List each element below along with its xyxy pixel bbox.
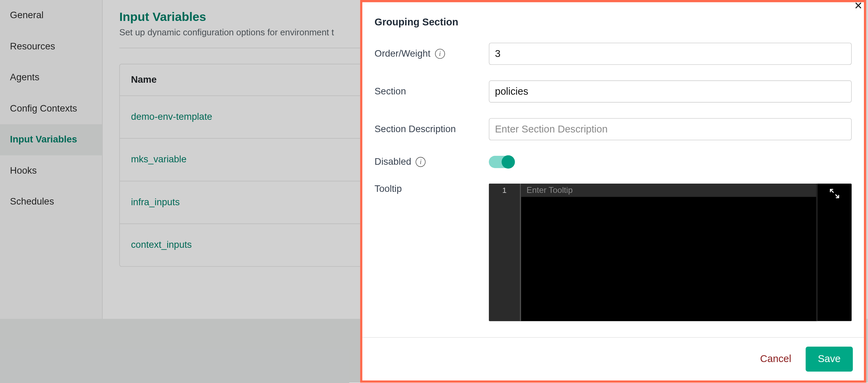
info-icon[interactable]: i [435,49,445,59]
editor-gutter: 1 [489,184,520,321]
section-description-input[interactable] [489,118,852,140]
sidebar-item-config-contexts[interactable]: Config Contexts [0,93,102,124]
sidebar-item-input-variables[interactable]: Input Variables [0,124,102,155]
order-weight-input[interactable] [489,43,852,65]
save-button[interactable]: Save [806,347,853,372]
modal-footer: Cancel Save [362,337,864,381]
sidebar-item-resources[interactable]: Resources [0,31,102,62]
sidebar-item-hooks[interactable]: Hooks [0,155,102,186]
sidebar: General Resources Agents Config Contexts… [0,0,103,319]
section-description-label: Section Description [375,124,489,135]
grouping-section-modal: × Grouping Section Order/Weight i Sectio… [360,0,866,383]
cancel-button[interactable]: Cancel [760,353,791,365]
disabled-toggle[interactable] [489,156,514,168]
tooltip-editor: 1 Enter Tooltip [489,184,852,321]
order-weight-label: Order/Weight i [375,48,489,59]
sidebar-item-general[interactable]: General [0,0,102,31]
disabled-label: Disabled i [375,156,489,167]
section-input[interactable] [489,80,852,103]
sidebar-item-schedules[interactable]: Schedules [0,186,102,217]
close-icon[interactable]: × [853,0,864,10]
info-icon[interactable]: i [416,157,426,167]
sidebar-item-agents[interactable]: Agents [0,62,102,93]
tooltip-code-input[interactable]: Enter Tooltip [520,184,816,321]
section-label: Section [375,86,489,97]
modal-title: Grouping Section [375,16,852,28]
expand-icon[interactable] [817,184,852,321]
tooltip-label: Tooltip [375,184,489,195]
